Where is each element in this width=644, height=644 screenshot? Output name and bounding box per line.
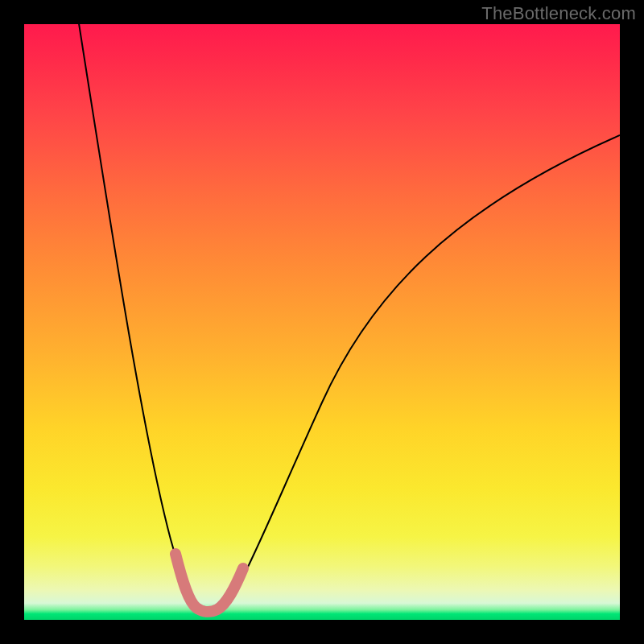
chart-frame: TheBottleneck.com bbox=[0, 0, 644, 644]
dip-highlight bbox=[175, 554, 243, 612]
plot-area bbox=[24, 24, 620, 620]
curve-layer bbox=[24, 24, 620, 620]
bottleneck-curve bbox=[76, 24, 620, 609]
watermark-text: TheBottleneck.com bbox=[481, 3, 636, 24]
